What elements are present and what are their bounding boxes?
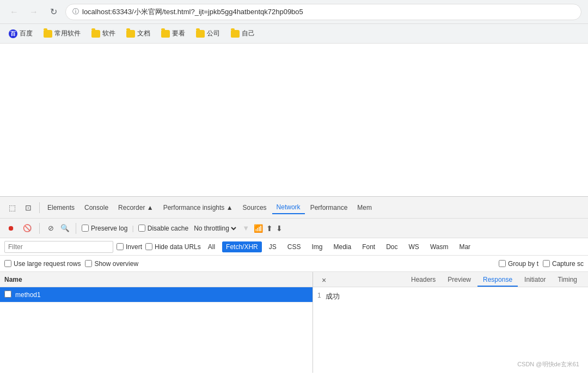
throttling-select[interactable]: No throttling (192, 224, 238, 233)
filter-js-button[interactable]: JS (265, 241, 280, 252)
details-content: 1 成功 CSDN @明快de玄米61 (313, 287, 588, 373)
filter-requests-button[interactable]: ⊘ (45, 223, 56, 234)
filter-font-button[interactable]: Font (358, 241, 379, 252)
address-bar[interactable]: ⓘ localhost:63343/小米官网/test.html?_ijt=jp… (65, 4, 581, 20)
bookmark-docs[interactable]: 文档 (122, 27, 155, 40)
preserve-log-label[interactable]: Preserve log (82, 225, 127, 232)
lock-icon: ⓘ (72, 7, 79, 16)
tab-memory[interactable]: Mem (353, 202, 376, 214)
filter-input[interactable] (4, 241, 113, 253)
record-network-button[interactable]: ⏺ (4, 222, 17, 235)
wifi-icon: 📶 (254, 224, 263, 233)
hide-data-urls-label[interactable]: Hide data URLs (145, 243, 201, 251)
bookmark-yaokan[interactable]: 要看 (157, 27, 189, 40)
show-overview-label[interactable]: Show overview (85, 260, 138, 268)
capture-label[interactable]: Capture sc (543, 260, 584, 268)
bookmark-label-4: 要看 (172, 29, 185, 38)
filter-all-button[interactable]: All (204, 241, 219, 252)
filter-doc-button[interactable]: Doc (382, 241, 401, 252)
devtools-toolbar: ⬚ ⊡ Elements Console Recorder ▲ Performa… (0, 197, 588, 219)
use-large-rows-checkbox[interactable] (4, 260, 11, 267)
tab-elements[interactable]: Elements (43, 202, 79, 214)
tab-console[interactable]: Console (80, 202, 113, 214)
preserve-log-checkbox[interactable] (82, 225, 89, 232)
bookmark-self[interactable]: 自己 (226, 27, 259, 40)
csdn-watermark: CSDN @明快de玄米61 (517, 360, 579, 368)
reload-button[interactable]: ↻ (46, 4, 61, 20)
capture-checkbox[interactable] (543, 260, 550, 267)
sep-1: | (132, 224, 133, 232)
request-select-checkbox[interactable] (4, 291, 11, 298)
hide-data-urls-text: Hide data URLs (155, 243, 201, 251)
disable-cache-text: Disable cache (148, 225, 188, 232)
bookmark-software[interactable]: 软件 (87, 27, 120, 40)
tab-timing[interactable]: Timing (552, 274, 583, 287)
capture-text: Capture sc (552, 260, 584, 268)
sep-2: ▼ (242, 224, 249, 232)
inspect-element-button[interactable]: ⬚ (4, 200, 20, 215)
bookmarks-bar: 百 百度 常用软件 软件 文档 要看 公司 自己 (0, 24, 588, 44)
hide-data-urls-checkbox[interactable] (145, 243, 152, 250)
browser-nav-bar: ← → ↻ ⓘ localhost:63343/小米官网/test.html?_… (0, 0, 588, 24)
request-details-panel: × Headers Preview Response Initiator Tim… (313, 272, 588, 373)
page-content-area (0, 44, 588, 196)
tab-preview[interactable]: Preview (442, 274, 476, 287)
bookmark-common-software[interactable]: 常用软件 (39, 27, 85, 40)
filter-wasm-button[interactable]: Wasm (426, 241, 452, 252)
tab-headers[interactable]: Headers (406, 274, 441, 287)
response-line-number: 1 (317, 292, 321, 299)
close-details-button[interactable]: × (317, 274, 330, 287)
toolbar-separator-1 (39, 202, 40, 213)
tab-response[interactable]: Response (477, 274, 518, 287)
filter-img-button[interactable]: Img (308, 241, 326, 252)
search-requests-button[interactable]: 🔍 (59, 223, 70, 234)
bookmark-label-1: 常用软件 (54, 29, 81, 38)
tab-recorder[interactable]: Recorder ▲ (114, 202, 158, 214)
back-button[interactable]: ← (7, 4, 22, 20)
bookmark-company[interactable]: 公司 (192, 27, 224, 40)
request-list-header: Name (0, 272, 313, 287)
bookmark-label-2: 软件 (102, 29, 115, 38)
folder-icon-3 (161, 30, 170, 38)
tab-sources[interactable]: Sources (238, 202, 271, 214)
show-overview-checkbox[interactable] (85, 260, 92, 267)
show-overview-text: Show overview (94, 260, 138, 268)
filter-mar-button[interactable]: Mar (455, 241, 474, 252)
url-text: localhost:63343/小米官网/test.html?_ijt=jpkb… (82, 7, 303, 17)
tab-performance-insights[interactable]: Performance insights ▲ (159, 202, 237, 214)
folder-icon-5 (231, 30, 240, 38)
network-toolbar-sep-1 (39, 223, 40, 234)
use-large-rows-text: Use large request rows (14, 260, 81, 268)
baidu-icon: 百 (9, 29, 17, 38)
disable-cache-checkbox[interactable] (138, 225, 145, 232)
request-name-method1: method1 (15, 291, 308, 299)
bookmark-baidu-label: 百度 (20, 29, 33, 38)
folder-icon-4 (196, 30, 205, 38)
filter-ws-button[interactable]: WS (405, 241, 423, 252)
tab-network[interactable]: Network (272, 201, 305, 214)
bookmark-baidu[interactable]: 百 百度 (4, 27, 37, 40)
group-by-text: Group by t (508, 260, 538, 268)
filter-css-button[interactable]: CSS (284, 241, 305, 252)
clear-network-button[interactable]: 🚫 (21, 222, 34, 235)
invert-label[interactable]: Invert (117, 243, 142, 251)
preserve-log-text: Preserve log (91, 225, 127, 232)
network-toolbar: ⏺ 🚫 ⊘ 🔍 Preserve log | Disable cache No … (0, 219, 588, 238)
bookmark-label-3: 文档 (137, 29, 150, 38)
tab-performance[interactable]: Performance (306, 202, 352, 214)
request-row-checkbox (4, 291, 15, 299)
request-row-method1[interactable]: method1 (0, 287, 313, 303)
download-icon: ⬇ (276, 224, 283, 233)
request-table: Name method1 × Headers Preview Response … (0, 272, 588, 373)
use-large-rows-label[interactable]: Use large request rows (4, 260, 81, 268)
invert-checkbox[interactable] (117, 243, 124, 250)
device-emulation-button[interactable]: ⊡ (21, 200, 36, 215)
filter-fetch-xhr-button[interactable]: Fetch/XHR (222, 241, 262, 252)
filter-media-button[interactable]: Media (329, 241, 355, 252)
group-by-checkbox[interactable] (499, 260, 506, 267)
tab-initiator[interactable]: Initiator (519, 274, 551, 287)
disable-cache-label[interactable]: Disable cache (138, 225, 188, 232)
folder-icon-1 (91, 30, 100, 38)
forward-button[interactable]: → (26, 4, 41, 20)
group-by-label[interactable]: Group by t (499, 260, 538, 268)
